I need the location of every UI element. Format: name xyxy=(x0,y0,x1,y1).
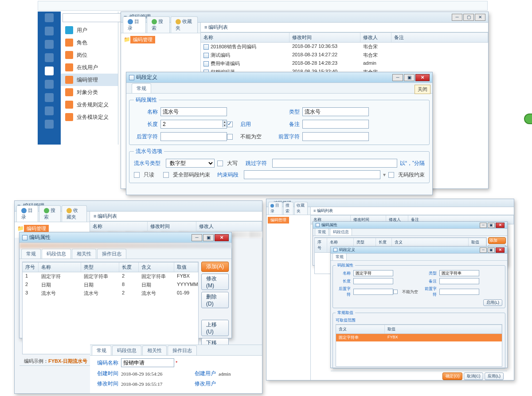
nav-panel: 🔍 用户 角色 岗位 在线用户 编码管理 对象分类 业务规则定义 业务模块定义 xyxy=(61,12,118,145)
tab-log[interactable]: 操作日志 xyxy=(168,345,197,355)
nav-post[interactable]: 岗位 xyxy=(61,49,118,61)
nav-online[interactable]: 在线用户 xyxy=(61,61,118,74)
nav-bizrule[interactable]: 业务规则定义 xyxy=(61,98,118,111)
rail-icon[interactable] xyxy=(45,13,54,22)
help-bubble-icon[interactable] xyxy=(524,114,532,124)
win-max-icon[interactable]: ▣ xyxy=(404,74,415,81)
input-length[interactable] xyxy=(160,120,227,129)
input-skip[interactable] xyxy=(272,159,397,168)
tab-seginfo[interactable]: 码段信息 xyxy=(42,249,71,259)
table-row[interactable]: 费用申请编码2018-08-28 14:28:23admin xyxy=(201,59,488,68)
table-row[interactable]: 固定字符串 FYBX xyxy=(336,334,502,341)
app-icon xyxy=(22,235,27,240)
nav-role[interactable]: 角色 xyxy=(61,36,118,49)
tab-log[interactable]: 操作日志 xyxy=(97,249,126,259)
table-row[interactable]: 2日期日期8日期YYYYMM xyxy=(23,281,198,289)
tab-rel[interactable]: 相关性 xyxy=(72,249,96,259)
table-row[interactable]: 201808销售合同编码2018-08-27 10:36:53韦合宋 xyxy=(201,43,488,51)
chk-all-constraint[interactable] xyxy=(163,172,169,178)
rail-icon[interactable] xyxy=(45,27,54,35)
nav-coding[interactable]: 编码管理 xyxy=(61,74,118,86)
window-coding-mgmt-3: ≡编码管理 目录 搜索 收藏夹 编码管理 ≡ 编码列表 名称 修改时间 修改人 … xyxy=(266,199,514,380)
dialog-title: 码段定义 xyxy=(136,74,157,81)
input-suffix[interactable] xyxy=(160,132,227,141)
win-max-icon[interactable]: ▢ xyxy=(463,14,474,21)
tab-general[interactable]: 常规 xyxy=(21,249,41,259)
dialog-segment-def: 码段定义 ─ ▣ ✕ 关闭 常规 码段属性 名称 类型 长度 启用 备注 xyxy=(126,72,433,195)
app-icon xyxy=(129,75,134,80)
tab-fav[interactable]: 收藏夹 xyxy=(294,202,308,215)
input-constraint-seg[interactable] xyxy=(244,170,380,179)
select-serial-type[interactable]: 数字型 xyxy=(166,159,215,168)
chk-readonly[interactable] xyxy=(134,172,140,178)
input-note[interactable] xyxy=(302,120,369,129)
nav-user[interactable]: 用户 xyxy=(61,24,118,36)
chk-upper[interactable] xyxy=(217,161,223,166)
rail-icon[interactable] xyxy=(45,120,54,129)
win-close-icon[interactable]: ✕ xyxy=(475,14,485,21)
tab-search[interactable]: 搜索 xyxy=(283,202,293,215)
table-row[interactable]: 测试编码2018-08-23 14:27:22韦合宋 xyxy=(201,51,488,59)
rail-icon[interactable] xyxy=(45,106,54,115)
btn-add[interactable]: 添加(A) xyxy=(201,262,229,272)
nav-bizmod[interactable]: 业务模块定义 xyxy=(61,111,118,123)
table-row[interactable]: 1固定字符固定字符串2固定字符串FYBX xyxy=(23,272,198,281)
input-name[interactable] xyxy=(160,107,227,116)
rail-icon[interactable] xyxy=(45,80,54,89)
win-close-icon[interactable]: ✕ xyxy=(215,234,229,241)
win-min-icon[interactable]: ─ xyxy=(392,74,403,81)
rail-icon[interactable] xyxy=(45,93,54,102)
tab-search[interactable]: 搜索 xyxy=(147,16,170,33)
win-min-icon[interactable]: ─ xyxy=(192,234,202,241)
win-max-icon[interactable]: ▣ xyxy=(203,234,214,241)
tab-rel[interactable]: 相关性 xyxy=(142,345,167,355)
group-seg-attr: 码段属性 名称 类型 长度 启用 备注 后置字符 不能为空 前置字符 xyxy=(129,96,430,145)
tab-search[interactable]: 搜索 xyxy=(39,205,61,222)
win-min-icon[interactable]: ─ xyxy=(452,14,462,21)
group-serial-opts: 流水号选项 流水号类型 数字型 大写 跳过字符 以“，”分隔 只读 受全部码段约… xyxy=(129,148,430,183)
window-coding-mgmt-2: ≡编码管理 目录 搜索 收藏夹 📁编码管理 ≡ 编码列表 名称 修改时间 修改人… xyxy=(14,200,262,394)
btn-modify[interactable]: 修改(M) xyxy=(201,274,229,290)
rail-icon[interactable] xyxy=(45,67,54,75)
btn-delete[interactable]: 删除(D) xyxy=(201,292,229,308)
tab-dir[interactable]: 目录 xyxy=(16,205,38,222)
chk-notnull[interactable] xyxy=(227,134,233,140)
chk-no-constraint[interactable] xyxy=(388,172,394,178)
tab-dir[interactable]: 目录 xyxy=(123,16,146,33)
input-code-name[interactable] xyxy=(121,358,174,367)
win-close-icon[interactable]: ✕ xyxy=(415,74,430,81)
table-row[interactable]: 3流水号流水号2流水号01-99 xyxy=(23,289,198,298)
tab-fav[interactable]: 收藏夹 xyxy=(171,16,198,33)
chk-enable[interactable] xyxy=(227,122,233,127)
tab-general[interactable]: 常规 xyxy=(92,345,111,355)
rail-icon[interactable] xyxy=(45,53,54,62)
tab-dir[interactable]: 目录 xyxy=(268,202,282,215)
nav-objclass[interactable]: 对象分类 xyxy=(61,86,118,98)
app-rail xyxy=(38,12,61,145)
input-type[interactable] xyxy=(302,107,369,116)
close-hint[interactable]: 关闭 xyxy=(415,85,430,94)
input-prefix[interactable] xyxy=(302,132,369,141)
dialog-code-props: 编码属性 ─ ▣ ✕ 常规 码段信息 相关性 操作日志 序号 名称 类型 长度 … xyxy=(19,232,232,338)
tab-fav[interactable]: 收藏夹 xyxy=(62,205,87,222)
tree-root[interactable]: 编码管理 xyxy=(130,36,155,43)
tab-general[interactable]: 常规 xyxy=(132,83,151,93)
dialog-segment-def-small: 码段定义 ─ ▣ ✕ 常规 码段属性 名称 类型 长度 xyxy=(330,246,508,368)
rail-icon[interactable] xyxy=(45,40,54,49)
tab-seginfo[interactable]: 码段信息 xyxy=(112,345,141,355)
btn-up[interactable]: 上移(U) xyxy=(201,320,229,336)
